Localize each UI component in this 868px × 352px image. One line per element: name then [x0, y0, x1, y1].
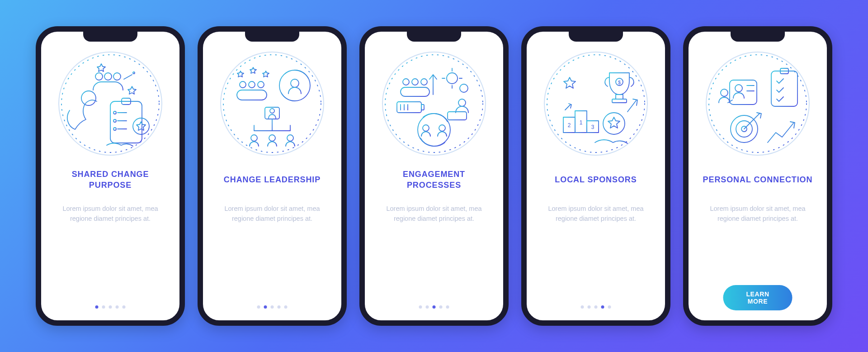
dot-3[interactable] — [433, 305, 436, 309]
screen-title: LOCAL SPONSORS — [552, 168, 639, 191]
screen-description: Lorem ipsum dolor sit amet, mea regione … — [375, 204, 493, 224]
svg-text:$: $ — [618, 80, 621, 85]
svg-point-11 — [133, 118, 149, 134]
pagination-dots[interactable] — [95, 305, 126, 309]
screen-description: Lorem ipsum dolor sit amet, mea regione … — [213, 204, 331, 224]
screen-description: Lorem ipsum dolor sit amet, mea regione … — [698, 204, 817, 224]
screen-title: ENGAGEMENT PROCESSES — [375, 168, 493, 191]
svg-point-53 — [721, 89, 728, 96]
dot-3[interactable] — [594, 305, 598, 309]
svg-rect-28 — [401, 87, 429, 96]
dot-1[interactable] — [419, 305, 422, 309]
svg-point-14 — [291, 79, 299, 87]
svg-point-9 — [113, 119, 116, 122]
svg-point-36 — [423, 125, 429, 131]
dot-3[interactable] — [109, 305, 112, 309]
svg-point-17 — [258, 81, 264, 88]
pagination-dots[interactable] — [257, 305, 288, 309]
dot-1[interactable] — [581, 305, 584, 309]
onboarding-screen-change-leadership: CHANGE LEADERSHIP Lorem ipsum dolor sit … — [198, 26, 347, 326]
dot-3[interactable] — [271, 305, 274, 309]
onboarding-screen-local-sponsors: $ 2 1 3 LOCAL SPONSORS Lorem ipsum dolor… — [521, 26, 670, 326]
phone-notch — [731, 31, 785, 42]
svg-point-12 — [223, 55, 321, 152]
screen-title: SHARED CHANGE PURPOSE — [51, 168, 170, 191]
personal-connection-icon — [706, 52, 810, 156]
svg-point-8 — [113, 111, 116, 114]
svg-rect-32 — [448, 112, 467, 120]
dot-4[interactable] — [439, 305, 443, 309]
screen-title: PERSONAL CONNECTION — [700, 168, 816, 191]
onboarding-screen-engagement-processes: ENGAGEMENT PROCESSES Lorem ipsum dolor s… — [359, 26, 509, 326]
dot-5[interactable] — [123, 305, 126, 309]
svg-point-38 — [547, 55, 645, 152]
svg-point-10 — [113, 128, 116, 130]
svg-rect-18 — [237, 90, 267, 100]
svg-point-5 — [133, 72, 135, 74]
svg-point-50 — [709, 55, 807, 152]
svg-point-24 — [385, 55, 483, 152]
dot-4[interactable] — [601, 305, 604, 309]
svg-point-15 — [240, 81, 246, 88]
svg-rect-54 — [771, 71, 797, 106]
svg-point-2 — [95, 73, 103, 80]
svg-rect-34 — [421, 105, 424, 110]
svg-point-1 — [81, 91, 96, 105]
svg-point-27 — [421, 79, 427, 85]
svg-text:1: 1 — [580, 119, 583, 126]
svg-point-4 — [113, 73, 121, 80]
svg-rect-40 — [612, 99, 627, 103]
pagination-dots[interactable] — [419, 305, 449, 309]
svg-point-49 — [603, 113, 625, 134]
svg-point-37 — [439, 125, 445, 131]
svg-point-30 — [460, 84, 468, 92]
dot-2[interactable] — [426, 305, 429, 309]
pagination-dots[interactable] — [581, 305, 611, 309]
svg-point-20 — [270, 109, 274, 113]
dot-4[interactable] — [278, 305, 281, 309]
svg-rect-39 — [616, 95, 623, 99]
svg-point-29 — [447, 73, 458, 84]
dot-5[interactable] — [608, 305, 611, 309]
phone-notch — [569, 31, 623, 42]
svg-text:2: 2 — [568, 122, 571, 128]
learn-more-button[interactable]: LEARN MORE — [723, 285, 793, 310]
svg-point-16 — [249, 81, 255, 88]
svg-point-23 — [287, 135, 293, 141]
shared-purpose-icon — [58, 52, 162, 156]
svg-point-21 — [251, 135, 257, 141]
svg-point-25 — [403, 79, 409, 85]
local-sponsors-icon: $ 2 1 3 — [544, 52, 648, 156]
onboarding-screen-shared-change-purpose: SHARED CHANGE PURPOSE Lorem ipsum dolor … — [36, 26, 185, 326]
svg-text:3: 3 — [591, 124, 594, 130]
dot-4[interactable] — [116, 305, 119, 309]
screen-title: CHANGE LEADERSHIP — [221, 168, 323, 191]
svg-point-26 — [412, 79, 418, 85]
change-leadership-icon — [220, 52, 324, 156]
dot-2[interactable] — [264, 305, 267, 309]
svg-rect-51 — [730, 80, 757, 105]
onboarding-screen-personal-connection: PERSONAL CONNECTION Lorem ipsum dolor si… — [683, 26, 832, 326]
svg-point-3 — [104, 73, 112, 80]
screen-description: Lorem ipsum dolor sit amet, mea regione … — [51, 204, 170, 224]
phone-notch — [83, 31, 137, 42]
dot-2[interactable] — [588, 305, 591, 309]
dot-1[interactable] — [95, 305, 99, 309]
svg-point-31 — [458, 99, 466, 106]
dot-5[interactable] — [446, 305, 449, 309]
svg-point-22 — [269, 135, 275, 141]
engagement-processes-icon — [382, 52, 486, 156]
svg-point-52 — [735, 85, 742, 92]
dot-1[interactable] — [257, 305, 260, 309]
phone-notch — [407, 31, 461, 42]
phone-notch — [245, 31, 299, 42]
screen-description: Lorem ipsum dolor sit amet, mea regione … — [537, 204, 655, 224]
dot-2[interactable] — [102, 305, 105, 309]
dot-5[interactable] — [284, 305, 288, 309]
